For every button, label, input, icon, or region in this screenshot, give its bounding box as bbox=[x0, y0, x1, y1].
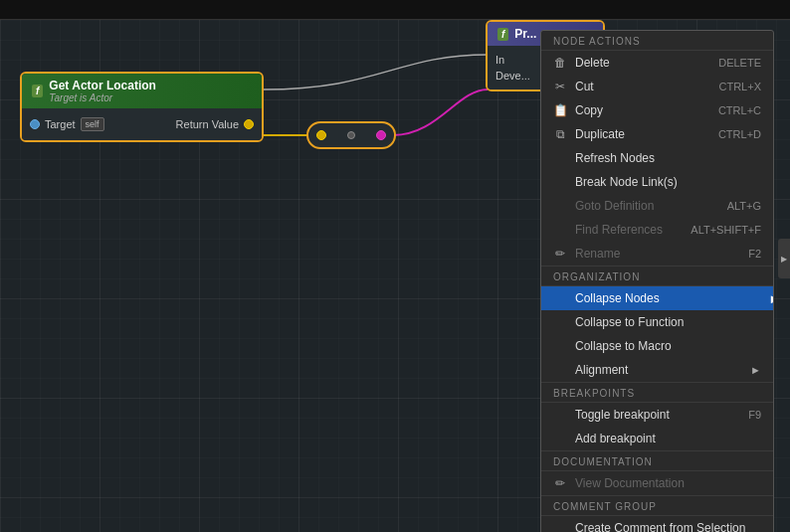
menu-item-delete[interactable]: 🗑 Delete DELETE bbox=[541, 51, 773, 75]
copy-shortcut: CTRL+C bbox=[718, 104, 761, 116]
rename-label: Rename bbox=[575, 247, 620, 261]
pin-return-label: Return Value bbox=[176, 118, 239, 130]
pin-self-badge: self bbox=[81, 117, 104, 131]
pin-target-label: Target bbox=[45, 118, 76, 130]
menu-item-refresh-nodes[interactable]: Refresh Nodes bbox=[541, 146, 773, 170]
menu-item-collapse-nodes[interactable]: Collapse Nodes ► bbox=[541, 286, 773, 310]
pin-target-circle bbox=[30, 119, 40, 129]
break-link-icon bbox=[553, 175, 567, 189]
node-reroute[interactable] bbox=[306, 121, 396, 149]
menu-item-find-references: Find References ALT+SHIFT+F bbox=[541, 218, 773, 242]
create-comment-label: Create Comment from Selection bbox=[575, 521, 745, 532]
menu-item-alignment[interactable]: Alignment ► bbox=[541, 358, 773, 382]
menu-item-goto-definition: Goto Definition ALT+G bbox=[541, 194, 773, 218]
node-body: Target self Return Value bbox=[22, 108, 262, 140]
menu-item-break-node-link[interactable]: Break Node Link(s) bbox=[541, 170, 773, 194]
rename-icon: ✏ bbox=[553, 247, 567, 261]
menu-item-toggle-breakpoint[interactable]: Toggle breakpoint F9 bbox=[541, 403, 773, 427]
menu-item-duplicate[interactable]: ⧉ Duplicate CTRL+D bbox=[541, 122, 773, 146]
reroute-pin-left bbox=[316, 130, 326, 140]
collapse-function-icon bbox=[553, 315, 567, 329]
side-handle-arrow-icon: ▶ bbox=[781, 255, 787, 264]
menu-item-rename: ✏ Rename F2 bbox=[541, 242, 773, 266]
menu-item-cut[interactable]: ✂ Cut CTRL+X bbox=[541, 75, 773, 98]
toggle-breakpoint-label: Toggle breakpoint bbox=[575, 408, 670, 422]
section-node-actions: NODE ACTIONS bbox=[541, 31, 773, 51]
node-print-title: Pr... bbox=[514, 27, 536, 41]
menu-item-add-breakpoint[interactable]: Add breakpoint bbox=[541, 427, 773, 450]
cut-label: Cut bbox=[575, 80, 594, 93]
collapse-nodes-label: Collapse Nodes bbox=[575, 291, 660, 305]
find-references-icon bbox=[553, 223, 567, 237]
goto-definition-label: Goto Definition bbox=[575, 199, 654, 213]
section-comment-group: COMMENT GROUP bbox=[541, 496, 773, 516]
cursor-pointer: ► bbox=[768, 291, 774, 306]
find-references-shortcut: ALT+SHIFT+F bbox=[691, 224, 761, 236]
copy-label: Copy bbox=[575, 103, 603, 117]
cut-shortcut: CTRL+X bbox=[719, 81, 762, 92]
copy-icon: 📋 bbox=[553, 103, 567, 117]
menu-item-collapse-to-function[interactable]: Collapse to Function bbox=[541, 310, 773, 334]
toggle-breakpoint-icon bbox=[553, 408, 567, 422]
reroute-pin-right bbox=[376, 130, 386, 140]
section-breakpoints: BREAKPOINTS bbox=[541, 383, 773, 403]
collapse-macro-icon bbox=[553, 339, 567, 353]
collapse-macro-label: Collapse to Macro bbox=[575, 339, 672, 353]
menu-item-view-documentation: ✏ View Documentation bbox=[541, 471, 773, 495]
print-func-icon: f bbox=[497, 28, 508, 41]
section-organization: ORGANIZATION bbox=[541, 266, 773, 286]
delete-shortcut: DELETE bbox=[718, 57, 761, 69]
alignment-icon bbox=[553, 363, 567, 377]
alignment-label: Alignment bbox=[575, 363, 628, 377]
toggle-breakpoint-shortcut: F9 bbox=[748, 409, 761, 421]
rename-shortcut: F2 bbox=[748, 248, 761, 260]
alignment-arrow: ► bbox=[750, 364, 761, 376]
add-breakpoint-icon bbox=[553, 432, 567, 445]
break-link-label: Break Node Link(s) bbox=[575, 175, 678, 189]
delete-label: Delete bbox=[575, 56, 610, 70]
refresh-label: Refresh Nodes bbox=[575, 151, 655, 165]
node-title: Get Actor Location bbox=[49, 79, 156, 92]
pin-return-circle bbox=[244, 119, 254, 129]
node-subtitle: Target is Actor bbox=[49, 92, 156, 103]
cut-icon: ✂ bbox=[553, 80, 567, 93]
goto-definition-shortcut: ALT+G bbox=[727, 200, 761, 212]
documentation-icon: ✏ bbox=[553, 476, 567, 490]
delete-icon: 🗑 bbox=[553, 56, 567, 70]
reroute-pin-mid bbox=[347, 131, 355, 139]
duplicate-shortcut: CTRL+D bbox=[718, 128, 761, 140]
create-comment-icon bbox=[553, 521, 567, 532]
top-bar bbox=[0, 0, 790, 20]
node-get-actor-location[interactable]: f Get Actor Location Target is Actor Tar… bbox=[20, 72, 264, 142]
pin-row-target: Target self Return Value bbox=[22, 114, 262, 134]
duplicate-label: Duplicate bbox=[575, 127, 625, 141]
context-menu: NODE ACTIONS 🗑 Delete DELETE ✂ Cut CTRL+… bbox=[540, 30, 774, 532]
node-header: f Get Actor Location Target is Actor bbox=[22, 74, 262, 108]
duplicate-icon: ⧉ bbox=[553, 127, 567, 141]
menu-item-collapse-to-macro[interactable]: Collapse to Macro bbox=[541, 334, 773, 358]
refresh-icon bbox=[553, 151, 567, 165]
menu-item-create-comment[interactable]: Create Comment from Selection bbox=[541, 516, 773, 532]
section-documentation: DOCUMENTATION bbox=[541, 451, 773, 471]
side-collapse-handle[interactable]: ▶ bbox=[778, 239, 790, 278]
function-icon: f bbox=[32, 85, 43, 97]
view-documentation-label: View Documentation bbox=[575, 476, 685, 490]
collapse-nodes-icon bbox=[553, 291, 567, 305]
add-breakpoint-label: Add breakpoint bbox=[575, 432, 656, 445]
menu-item-copy[interactable]: 📋 Copy CTRL+C bbox=[541, 98, 773, 122]
goto-definition-icon bbox=[553, 199, 567, 213]
collapse-function-label: Collapse to Function bbox=[575, 315, 684, 329]
find-references-label: Find References bbox=[575, 223, 663, 237]
